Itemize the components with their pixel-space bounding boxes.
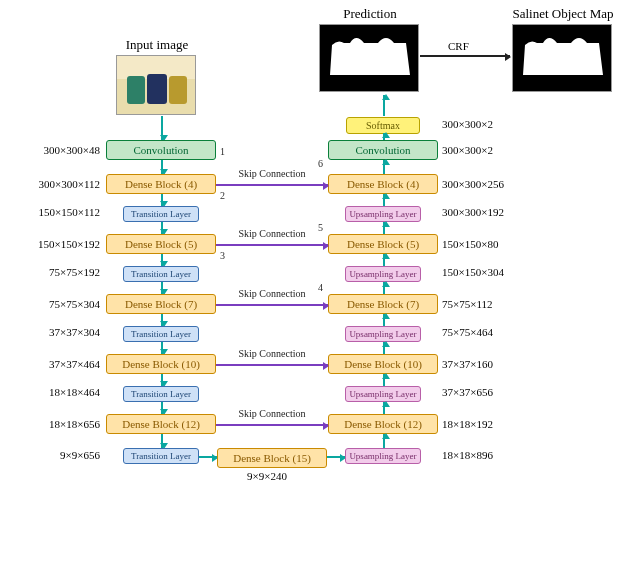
dim-u2: 150×150×304 — [442, 266, 504, 278]
skip-d7 — [216, 304, 328, 306]
dim-softmax: 300×300×2 — [442, 118, 493, 130]
block-trans3: Transition Layer — [123, 326, 199, 342]
block-dense7-right: Dense Block (7) — [328, 294, 438, 314]
idx-1: 1 — [220, 146, 225, 157]
arrow-l-t4-d12 — [161, 402, 163, 414]
idx-6: 6 — [318, 158, 323, 169]
dim-u5: 18×18×896 — [442, 449, 493, 461]
input-image — [116, 55, 196, 115]
arrow-r-u4-d10 — [383, 374, 385, 386]
block-dense4-left: Dense Block (4) — [106, 174, 216, 194]
arrow-t5-d15 — [199, 456, 217, 458]
svg-rect-2 — [169, 76, 187, 104]
block-ups2: Upsampling Layer — [345, 266, 421, 282]
arrow-l-d4-t1 — [161, 194, 163, 206]
skip-d4 — [216, 184, 328, 186]
dim-d5-right: 150×150×80 — [442, 238, 498, 250]
label-crf: CRF — [448, 40, 469, 52]
dim-d5-left: 150×150×192 — [0, 238, 100, 250]
arrow-r-d10-u3 — [383, 342, 385, 354]
skip-d10 — [216, 364, 328, 366]
arrow-l-t3-d10 — [161, 342, 163, 354]
arrow-r-u2-d5 — [383, 254, 385, 266]
arrow-d15-u5 — [327, 456, 345, 458]
block-dense12-left: Dense Block (12) — [106, 414, 216, 434]
idx-4: 4 — [318, 282, 323, 293]
arrow-crf — [420, 55, 510, 57]
prediction-image — [319, 24, 419, 92]
arrow-r-d7-u2 — [383, 282, 385, 294]
block-conv-left: Convolution — [106, 140, 216, 160]
skip-d12 — [216, 424, 328, 426]
idx-5: 5 — [318, 222, 323, 233]
arrow-conv-softmax — [383, 133, 385, 140]
block-dense12-right: Dense Block (12) — [328, 414, 438, 434]
dim-d4-left: 300×300×112 — [0, 178, 100, 190]
idx-3: 3 — [220, 250, 225, 261]
block-dense5-right: Dense Block (5) — [328, 234, 438, 254]
label-prediction: Prediction — [330, 6, 410, 22]
arrow-r-d5-u1 — [383, 222, 385, 234]
arrow-l-conv-d4 — [161, 160, 163, 174]
skip-d5-label: Skip Connection — [226, 228, 318, 239]
dim-t2: 75×75×192 — [0, 266, 100, 278]
block-dense7-left: Dense Block (7) — [106, 294, 216, 314]
arrow-input-conv — [161, 116, 163, 140]
block-ups5: Upsampling Layer — [345, 448, 421, 464]
block-trans4: Transition Layer — [123, 386, 199, 402]
block-trans5: Transition Layer — [123, 448, 199, 464]
block-dense15: Dense Block (15) — [217, 448, 327, 468]
dim-d10-right: 37×37×160 — [442, 358, 493, 370]
skip-d12-label: Skip Connection — [226, 408, 318, 419]
arrow-softmax-pred — [383, 95, 385, 116]
dim-t4: 18×18×464 — [0, 386, 100, 398]
arrow-r-u3-d7 — [383, 314, 385, 326]
arrow-l-d10-t4 — [161, 374, 163, 386]
skip-d5 — [216, 244, 328, 246]
dim-u4: 37×37×656 — [442, 386, 493, 398]
arrow-r-u5-d12 — [383, 434, 385, 448]
block-ups1: Upsampling Layer — [345, 206, 421, 222]
block-dense4-right: Dense Block (4) — [328, 174, 438, 194]
block-conv-right: Convolution — [328, 140, 438, 160]
arrow-l-d12-t5 — [161, 434, 163, 448]
dim-d15: 9×9×240 — [247, 470, 287, 482]
label-input-image: Input image — [112, 37, 202, 53]
arrow-l-d5-t2 — [161, 254, 163, 266]
dim-t3: 37×37×304 — [0, 326, 100, 338]
dim-d12-right: 18×18×192 — [442, 418, 493, 430]
block-dense10-left: Dense Block (10) — [106, 354, 216, 374]
dim-d10-left: 37×37×464 — [0, 358, 100, 370]
dim-d7-left: 75×75×304 — [0, 298, 100, 310]
dim-t5: 9×9×656 — [0, 449, 100, 461]
salient-image — [512, 24, 612, 92]
dim-t1: 150×150×112 — [0, 206, 100, 218]
block-ups3: Upsampling Layer — [345, 326, 421, 342]
block-trans2: Transition Layer — [123, 266, 199, 282]
svg-rect-1 — [147, 74, 167, 104]
block-trans1: Transition Layer — [123, 206, 199, 222]
arrow-l-t1-d5 — [161, 222, 163, 234]
idx-2: 2 — [220, 190, 225, 201]
dim-conv-left: 300×300×48 — [0, 144, 100, 156]
skip-d10-label: Skip Connection — [226, 348, 318, 359]
skip-d4-label: Skip Connection — [226, 168, 318, 179]
arrow-r-d12-u4 — [383, 402, 385, 414]
arrow-r-u1-d4 — [383, 194, 385, 206]
skip-d7-label: Skip Connection — [226, 288, 318, 299]
dim-conv-right: 300×300×2 — [442, 144, 493, 156]
arrow-l-t2-d7 — [161, 282, 163, 294]
dim-d12-left: 18×18×656 — [0, 418, 100, 430]
block-dense5-left: Dense Block (5) — [106, 234, 216, 254]
arrow-r-d4-conv — [383, 160, 385, 174]
dim-u1: 300×300×192 — [442, 206, 504, 218]
arrow-l-d7-t3 — [161, 314, 163, 326]
label-salient: Salinet Object Map — [498, 6, 628, 22]
dim-u3: 75×75×464 — [442, 326, 493, 338]
dim-d7-right: 75×75×112 — [442, 298, 493, 310]
block-ups4: Upsampling Layer — [345, 386, 421, 402]
dim-d4-right: 300×300×256 — [442, 178, 504, 190]
svg-rect-0 — [127, 76, 145, 104]
block-dense10-right: Dense Block (10) — [328, 354, 438, 374]
